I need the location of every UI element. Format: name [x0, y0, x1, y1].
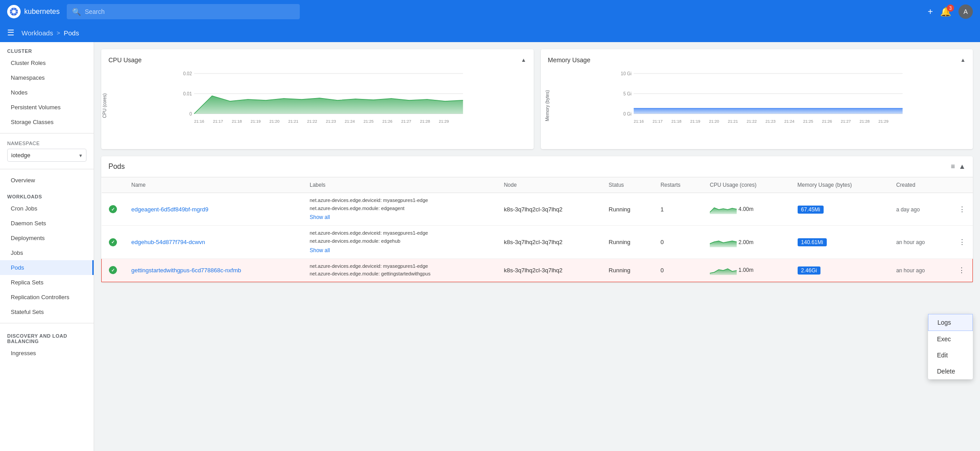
- svg-text:0.02: 0.02: [183, 71, 192, 76]
- pod-labels: net.azure-devices.edge.deviceid: myasegp…: [310, 262, 489, 278]
- sidebar-item-nodes[interactable]: Nodes: [0, 85, 94, 100]
- label-item: net.azure-devices.edge.module: edgeagent: [310, 205, 489, 213]
- workloads-section-header: Workloads: [0, 188, 94, 201]
- sidebar-item-cron-jobs[interactable]: Cron Jobs: [0, 201, 94, 216]
- memory-chart-collapse[interactable]: ▲: [960, 57, 966, 63]
- col-status-header: [102, 177, 125, 193]
- context-menu: Logs Exec Edit Delete: [928, 314, 973, 379]
- pod-link[interactable]: edgeagent-6d5df849bf-mgrd9: [131, 206, 208, 213]
- pod-link[interactable]: gettingstartedwithgpus-6cd778868c-nxfmb: [131, 267, 241, 274]
- breadcrumb-separator: >: [57, 30, 60, 36]
- sidebar-item-overview[interactable]: Overview: [0, 173, 94, 188]
- pod-labels: net.azure-devices.edge.deviceid: myasegp…: [310, 229, 489, 254]
- context-menu-edit[interactable]: Edit: [928, 347, 973, 363]
- show-all-labels[interactable]: Show all: [310, 213, 489, 222]
- svg-text:0.01: 0.01: [183, 91, 192, 96]
- notifications-button[interactable]: 🔔 3: [940, 6, 951, 17]
- sidebar-item-replication-controllers[interactable]: Replication Controllers: [0, 290, 94, 305]
- svg-text:21:18: 21:18: [671, 119, 682, 124]
- context-menu-logs[interactable]: Logs: [928, 314, 973, 331]
- cpu-mini-chart: [710, 265, 737, 275]
- svg-text:21:21: 21:21: [288, 119, 298, 124]
- sidebar-item-cluster-roles[interactable]: Cluster Roles: [0, 56, 94, 70]
- pod-actions-cell[interactable]: ⋮: [951, 226, 973, 258]
- label-item: net.azure-devices.edge.module: edgehub: [310, 237, 489, 245]
- filter-icon[interactable]: ≡: [951, 163, 955, 171]
- namespace-select[interactable]: iotedge: [7, 149, 86, 162]
- more-actions-icon[interactable]: ⋮: [958, 266, 965, 275]
- show-all-labels[interactable]: Show all: [310, 246, 489, 255]
- pod-actions-cell[interactable]: ⋮: [951, 193, 973, 226]
- cpu-chart-collapse[interactable]: ▲: [521, 57, 527, 63]
- pod-memory-cell: 67.45Mi: [790, 193, 889, 226]
- sidebar-item-ingresses[interactable]: Ingresses: [0, 346, 94, 361]
- col-status-header-text: Status: [601, 177, 653, 193]
- sidebar-item-pods[interactable]: Pods: [0, 260, 94, 275]
- pods-title: Pods: [108, 163, 125, 171]
- svg-text:21:24: 21:24: [784, 119, 794, 124]
- col-memory-header: Memory Usage (bytes): [790, 177, 889, 193]
- breadcrumb-bar: ☰ Workloads > Pods: [0, 23, 980, 42]
- pods-card: Pods ≡ ▲ Name Labels Node Status Restart…: [101, 156, 973, 282]
- svg-text:21:20: 21:20: [709, 119, 719, 124]
- search-input[interactable]: [85, 8, 294, 15]
- discovery-section-header: Discovery and Load Balancing: [0, 327, 94, 346]
- sidebar-item-persistent-volumes[interactable]: Persistent Volumes: [0, 100, 94, 115]
- pod-name-cell: edgeagent-6d5df849bf-mgrd9: [124, 193, 302, 226]
- svg-text:21:22: 21:22: [307, 119, 317, 124]
- svg-text:21:26: 21:26: [382, 119, 393, 124]
- breadcrumb-pods: Pods: [64, 29, 79, 37]
- pod-node: k8s-3q7lhq2cl-3q7lhq2: [504, 239, 562, 245]
- more-actions-icon[interactable]: ⋮: [958, 238, 966, 246]
- cpu-bar: 2.00m: [710, 237, 783, 247]
- pod-created: a day ago: [896, 206, 920, 213]
- label-item: net.azure-devices.edge.deviceid: myasegp…: [310, 197, 489, 205]
- col-created-header: Created: [889, 177, 951, 193]
- context-menu-delete[interactable]: Delete: [928, 363, 973, 379]
- svg-text:10 Gi: 10 Gi: [621, 71, 631, 76]
- svg-text:21:23: 21:23: [326, 119, 336, 124]
- col-node-header: Node: [496, 177, 601, 193]
- add-button[interactable]: +: [928, 7, 933, 17]
- collapse-pods-icon[interactable]: ▲: [958, 163, 966, 171]
- pod-memory-cell: 2.46Gi: [790, 258, 889, 282]
- pod-node-cell: k8s-3q7lhq2cl-3q7lhq2: [496, 258, 601, 282]
- sidebar-item-replica-sets[interactable]: Replica Sets: [0, 275, 94, 290]
- svg-text:21:19: 21:19: [690, 119, 700, 124]
- pod-node: k8s-3q7lhq2cl-3q7lhq2: [504, 267, 562, 274]
- avatar[interactable]: A: [958, 4, 973, 19]
- cpu-chart-title: CPU Usage: [108, 56, 142, 64]
- pod-created-cell: an hour ago: [889, 226, 951, 258]
- menu-icon[interactable]: ☰: [7, 28, 14, 38]
- memory-badge: 2.46Gi: [798, 266, 820, 275]
- pod-actions-cell[interactable]: ⋮: [951, 258, 973, 282]
- top-navigation: kubernetes 🔍 + 🔔 3 A: [0, 0, 980, 23]
- col-labels-header: Labels: [302, 177, 496, 193]
- charts-row: CPU Usage ▲ CPU (cores) 0.02 0.01 0: [101, 49, 973, 149]
- sidebar-item-stateful-sets[interactable]: Stateful Sets: [0, 305, 94, 319]
- memory-badge: 140.61Mi: [798, 238, 827, 246]
- pod-status-icon: [102, 193, 125, 226]
- pod-status-text: Running: [609, 239, 630, 245]
- pods-header: Pods ≡ ▲: [101, 156, 973, 177]
- svg-text:21:25: 21:25: [363, 119, 374, 124]
- sidebar-item-jobs[interactable]: Jobs: [0, 245, 94, 260]
- more-actions-icon[interactable]: ⋮: [958, 205, 966, 214]
- sidebar-item-deployments[interactable]: Deployments: [0, 231, 94, 245]
- context-menu-exec[interactable]: Exec: [928, 331, 973, 347]
- memory-chart-card: Memory Usage ▲ Memory (bytes) 10 Gi 5 Gi…: [541, 49, 973, 149]
- namespace-label: Namespace: [7, 141, 86, 146]
- col-cpu-header: CPU Usage (cores): [703, 177, 790, 193]
- search-bar[interactable]: 🔍: [67, 4, 300, 19]
- pod-memory-cell: 140.61Mi: [790, 226, 889, 258]
- cpu-chart-card: CPU Usage ▲ CPU (cores) 0.02 0.01 0: [101, 49, 534, 149]
- sidebar-item-namespaces[interactable]: Namespaces: [0, 70, 94, 85]
- pod-name-cell: edgehub-54d877f794-dcwvn: [124, 226, 302, 258]
- sidebar-item-daemon-sets[interactable]: Daemon Sets: [0, 216, 94, 231]
- sidebar-item-storage-classes[interactable]: Storage Classes: [0, 115, 94, 129]
- pod-link[interactable]: edgehub-54d877f794-dcwvn: [131, 239, 205, 245]
- pod-name-cell: gettingstartedwithgpus-6cd778868c-nxfmb: [124, 258, 302, 282]
- cpu-mini-chart: [710, 237, 737, 247]
- memory-chart-title: Memory Usage: [548, 56, 591, 64]
- breadcrumb-workloads[interactable]: Workloads: [22, 29, 53, 37]
